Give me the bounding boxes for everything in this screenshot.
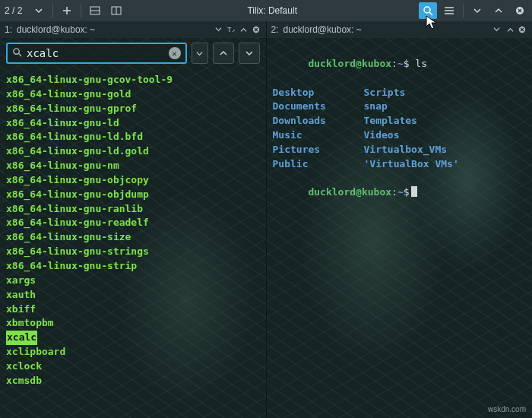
ls-entry: Public [273, 157, 364, 172]
list-item: x86_64-linux-gnu-ld [6, 116, 260, 131]
list-item: x86_64-linux-gnu-ld.bfd [6, 130, 260, 144]
ls-entry: Videos [364, 128, 459, 143]
pane-tab-1[interactable]: 1: ducklord@kubox: ~ T [0, 21, 267, 38]
add-terminal-icon[interactable] [58, 2, 76, 19]
prompt-line: ducklord@kubox:~$ [273, 172, 527, 215]
ls-entry: Desktop [273, 86, 364, 100]
split-right-icon[interactable] [107, 2, 125, 19]
search-input[interactable] [27, 47, 164, 59]
list-item: xauth [6, 288, 260, 302]
maximize-icon[interactable] [489, 2, 508, 19]
list-item: xargs [6, 274, 260, 288]
list-item: xbiff [6, 302, 260, 317]
session-indicator[interactable]: 2 / 2 [3, 5, 27, 16]
list-item: x86_64-linux-gnu-ranlib [6, 202, 260, 217]
ls-entry: 'VirtualBox VMs' [364, 157, 459, 172]
window-title: Tilix: Default [125, 5, 419, 16]
pane-index: 2: [271, 24, 279, 35]
terminal-pane-1[interactable]: ✕ x86_64-linux-gnu-gcov-tool-9x86_64-lin… [0, 38, 266, 418]
ls-entry: snap [364, 100, 459, 114]
command-text: ls [415, 58, 427, 69]
list-item: xbmtopbm [6, 316, 260, 331]
cursor-block [411, 186, 417, 197]
session-dropdown-icon[interactable] [30, 2, 48, 19]
list-item: x86_64-linux-gnu-gcov-tool-9 [6, 73, 260, 87]
svg-line-11 [18, 53, 21, 56]
split-down-icon[interactable] [86, 2, 104, 19]
chevron-down-icon[interactable] [215, 24, 222, 35]
list-item: xcalc [6, 331, 37, 345]
list-item: x86_64-linux-gnu-gold [6, 87, 260, 102]
svg-point-10 [14, 49, 19, 54]
search-box: ✕ [6, 43, 187, 64]
search-bar: ✕ [6, 43, 260, 64]
svg-line-5 [429, 12, 432, 15]
search-toggle-button[interactable] [419, 2, 437, 19]
ls-entry: Downloads [273, 114, 364, 128]
clear-search-icon[interactable]: ✕ [169, 47, 181, 59]
maximize-pane-icon[interactable] [239, 24, 249, 35]
terminal-pane-2[interactable]: ducklord@kubox:~$ ls DesktopDocumentsDow… [266, 38, 533, 418]
list-item: x86_64-linux-gnu-strip [6, 259, 260, 274]
pane-tab-2[interactable]: 2: ducklord@kubox: ~ [267, 21, 533, 38]
svg-text:T: T [227, 26, 232, 33]
minimize-icon[interactable] [468, 2, 486, 19]
ls-entry: Templates [364, 114, 459, 128]
list-item: x86_64-linux-gnu-ld.gold [6, 144, 260, 159]
list-item: x86_64-linux-gnu-objdump [6, 188, 260, 202]
chevron-down-icon[interactable] [493, 24, 500, 35]
readonly-icon[interactable]: T [226, 24, 237, 35]
list-item: xcmsdb [6, 374, 260, 388]
ls-entry: Scripts [364, 86, 459, 100]
list-item: xclipboard [6, 345, 260, 359]
ls-entry: Pictures [273, 143, 364, 157]
list-item: x86_64-linux-gnu-readelf [6, 216, 260, 230]
hamburger-menu-icon[interactable] [440, 2, 458, 19]
ls-output: DesktopDocumentsDownloadsMusicPicturesPu… [273, 86, 527, 172]
ls-entry: Documents [273, 100, 364, 114]
svg-point-4 [424, 7, 430, 13]
search-options-dropdown[interactable] [192, 43, 208, 64]
list-item: x86_64-linux-gnu-gprof [6, 102, 260, 116]
ls-entry: Music [273, 128, 364, 143]
prompt-line: ducklord@kubox:~$ ls [273, 43, 527, 86]
close-pane-icon[interactable] [517, 24, 527, 35]
titlebar: 2 / 2 Tilix: Default [0, 0, 532, 21]
list-item: x86_64-linux-gnu-objcopy [6, 173, 260, 188]
pane-index: 1: [5, 24, 12, 35]
ls-entry: Virtualbox_VMs [364, 143, 459, 157]
list-item: x86_64-linux-gnu-size [6, 230, 260, 245]
close-window-icon[interactable] [511, 2, 529, 19]
search-next-button[interactable] [239, 43, 260, 64]
search-prev-button[interactable] [213, 43, 234, 64]
search-icon [12, 47, 22, 59]
maximize-pane-icon[interactable] [505, 24, 515, 35]
pane-tabstrip: 1: ducklord@kubox: ~ T 2: ducklord@kubox… [0, 21, 532, 38]
pane-title: ducklord@kubox: ~ [283, 24, 489, 35]
search-results-list: x86_64-linux-gnu-gcov-tool-9x86_64-linux… [6, 73, 260, 388]
close-pane-icon[interactable] [251, 24, 261, 35]
pane-title: ducklord@kubox: ~ [17, 24, 210, 35]
watermark: wskdn.com [488, 405, 526, 413]
list-item: xclock [6, 359, 260, 374]
list-item: x86_64-linux-gnu-strings [6, 245, 260, 259]
list-item: x86_64-linux-gnu-nm [6, 159, 260, 173]
